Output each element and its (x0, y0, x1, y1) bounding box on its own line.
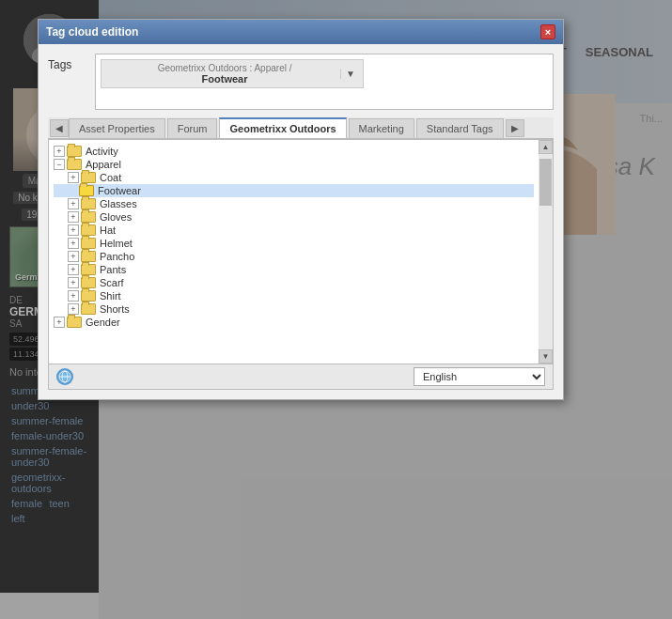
breadcrumb-path: Geometrixx Outdoors : Apparel / (109, 63, 340, 73)
folder-icon-scarf (81, 277, 96, 288)
language-select[interactable]: English French German Spanish (414, 367, 545, 386)
tab-forum[interactable]: Forum (167, 118, 218, 138)
folder-icon-shirt (81, 290, 96, 302)
tree-label-scarf: Scarf (100, 277, 124, 288)
tree-label-hat: Hat (100, 224, 116, 236)
tree-label-gloves: Gloves (100, 211, 132, 223)
tab-nav-forward[interactable]: ▶ (506, 119, 524, 137)
tree-item-apparel[interactable]: − Apparel (54, 158, 534, 171)
tab-nav-back[interactable]: ◀ (50, 119, 69, 137)
scroll-thumb[interactable] (539, 159, 552, 206)
tree-item-footwear[interactable]: Footwear (54, 184, 534, 197)
folder-icon-gloves (81, 211, 96, 223)
folder-icon-helmet (81, 238, 96, 249)
expand-shirt[interactable]: + (68, 290, 79, 302)
folder-icon-hat (81, 224, 96, 236)
tree-panel: + Activity − Apparel + Coat (48, 139, 554, 364)
folder-icon-apparel (67, 159, 82, 170)
folder-icon-pancho (81, 251, 96, 262)
folder-icon-gender (67, 317, 82, 328)
tree-item-hat[interactable]: + Hat (54, 224, 534, 237)
expand-shorts[interactable]: + (68, 303, 79, 315)
dialog-tabs: ◀ Asset Properties Forum Geometrixx Outd… (48, 117, 554, 139)
expand-glasses[interactable]: + (68, 198, 79, 209)
tree-label-glasses: Glasses (100, 198, 137, 209)
tree-label-shirt: Shirt (100, 290, 121, 302)
dialog-title: Tag cloud edition (46, 25, 138, 39)
tree-bottom-bar: English French German Spanish (48, 364, 554, 390)
tree-label-footwear: Footwear (98, 185, 141, 196)
folder-icon-shorts (81, 303, 96, 315)
expand-hat[interactable]: + (68, 224, 79, 236)
tree-label-helmet: Helmet (100, 238, 133, 249)
scroll-track[interactable] (539, 154, 553, 349)
tree-item-glasses[interactable]: + Glasses (54, 197, 534, 210)
tree-container[interactable]: + Activity − Apparel + Coat (49, 140, 539, 364)
folder-icon-footwear (79, 185, 94, 196)
globe-icon (56, 368, 73, 385)
tags-label: Tags (48, 54, 86, 71)
expand-pants[interactable]: + (68, 264, 79, 275)
tab-marketing[interactable]: Marketing (349, 118, 414, 138)
tree-bottom-nav (56, 368, 73, 385)
folder-icon-pants (81, 264, 96, 275)
tree-label-coat: Coat (100, 172, 121, 183)
tags-input-area[interactable]: Geometrixx Outdoors : Apparel / Footwear… (95, 54, 554, 110)
tab-geometrixx-outdoors[interactable]: Geometrixx Outdoors (219, 117, 346, 138)
tree-item-shirt[interactable]: + Shirt (54, 289, 534, 302)
tree-item-gender[interactable]: + Gender (54, 316, 534, 329)
breadcrumb-dropdown-arrow[interactable]: ▼ (340, 69, 355, 79)
dialog-titlebar: Tag cloud edition × (39, 20, 563, 44)
expand-apparel[interactable]: − (54, 159, 65, 170)
folder-icon-activity (67, 146, 82, 157)
tree-label-pants: Pants (100, 264, 126, 275)
expand-coat[interactable]: + (68, 172, 79, 183)
expand-activity[interactable]: + (54, 146, 65, 157)
tree-label-pancho: Pancho (100, 251, 134, 262)
expand-helmet[interactable]: + (68, 238, 79, 249)
expand-gloves[interactable]: + (68, 211, 79, 223)
scroll-down-arrow[interactable]: ▼ (539, 349, 553, 364)
expand-pancho[interactable]: + (68, 251, 79, 262)
tags-row: Tags Geometrixx Outdoors : Apparel / Foo… (48, 54, 554, 110)
folder-icon-glasses (81, 198, 96, 209)
dialog-close-button[interactable]: × (540, 24, 555, 39)
tree-label-apparel: Apparel (86, 159, 121, 170)
breadcrumb-item: Footwear (109, 73, 340, 85)
scroll-up-arrow[interactable]: ▲ (539, 140, 553, 154)
tree-label-gender: Gender (86, 317, 120, 328)
dialog-body: Tags Geometrixx Outdoors : Apparel / Foo… (39, 44, 563, 399)
folder-icon-coat (81, 172, 96, 183)
tree-item-coat[interactable]: + Coat (54, 171, 534, 184)
tag-cloud-dialog: Tag cloud edition × Tags Geometrixx Outd… (38, 19, 564, 400)
expand-scarf[interactable]: + (68, 277, 79, 288)
tree-label-activity: Activity (86, 146, 118, 157)
tags-breadcrumb: Geometrixx Outdoors : Apparel / Footwear… (101, 59, 364, 88)
tree-label-shorts: Shorts (100, 303, 130, 315)
tree-item-activity[interactable]: + Activity (54, 145, 534, 158)
tree-item-gloves[interactable]: + Gloves (54, 210, 534, 224)
expand-gender[interactable]: + (54, 317, 65, 328)
breadcrumb-text: Geometrixx Outdoors : Apparel / Footwear (109, 63, 340, 85)
tree-item-pants[interactable]: + Pants (54, 263, 534, 276)
tree-item-helmet[interactable]: + Helmet (54, 237, 534, 250)
tab-asset-properties[interactable]: Asset Properties (69, 118, 165, 138)
tree-item-scarf[interactable]: + Scarf (54, 276, 534, 289)
tab-standard-tags[interactable]: Standard Tags (416, 118, 504, 138)
tree-item-pancho[interactable]: + Pancho (54, 250, 534, 263)
tree-item-shorts[interactable]: + Shorts (54, 302, 534, 316)
tree-scrollbar[interactable]: ▲ ▼ (539, 140, 553, 364)
